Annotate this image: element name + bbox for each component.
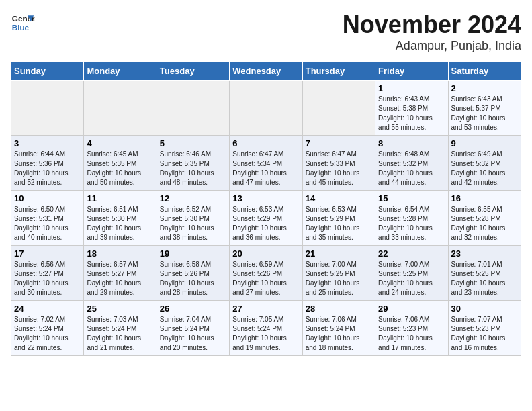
day-number: 14	[306, 193, 372, 203]
calendar-cell: 1Sunrise: 6:43 AM Sunset: 5:38 PM Daylig…	[375, 81, 448, 136]
title-section: November 2024 Adampur, Punjab, India	[343, 11, 521, 53]
calendar-cell: 18Sunrise: 6:57 AM Sunset: 5:27 PM Dayli…	[84, 246, 157, 301]
day-info: Sunrise: 6:43 AM Sunset: 5:37 PM Dayligh…	[451, 95, 518, 132]
calendar-cell	[11, 81, 84, 136]
calendar-cell: 2Sunrise: 6:43 AM Sunset: 5:37 PM Daylig…	[448, 81, 521, 136]
day-info: Sunrise: 7:07 AM Sunset: 5:23 PM Dayligh…	[451, 315, 518, 353]
calendar-table: SundayMondayTuesdayWednesdayThursdayFrid…	[11, 61, 521, 356]
day-info: Sunrise: 7:04 AM Sunset: 5:24 PM Dayligh…	[160, 315, 226, 353]
day-number: 30	[451, 304, 518, 314]
weekday-header: Sunday	[11, 62, 84, 81]
day-number: 13	[232, 193, 299, 203]
calendar-cell: 8Sunrise: 6:48 AM Sunset: 5:32 PM Daylig…	[375, 136, 448, 191]
calendar-cell: 26Sunrise: 7:04 AM Sunset: 5:24 PM Dayli…	[157, 301, 229, 356]
calendar-cell: 28Sunrise: 7:06 AM Sunset: 5:24 PM Dayli…	[302, 301, 375, 356]
day-number: 16	[451, 193, 518, 203]
location-title: Adampur, Punjab, India	[343, 39, 521, 53]
calendar-cell: 27Sunrise: 7:05 AM Sunset: 5:24 PM Dayli…	[230, 301, 302, 356]
day-info: Sunrise: 6:53 AM Sunset: 5:29 PM Dayligh…	[232, 205, 299, 242]
day-number: 26	[160, 304, 226, 314]
day-number: 4	[87, 138, 153, 148]
day-info: Sunrise: 6:46 AM Sunset: 5:35 PM Dayligh…	[160, 150, 226, 187]
day-number: 20	[232, 248, 299, 259]
calendar-cell: 20Sunrise: 6:59 AM Sunset: 5:26 PM Dayli…	[230, 246, 302, 301]
day-info: Sunrise: 6:51 AM Sunset: 5:30 PM Dayligh…	[87, 205, 153, 242]
calendar-cell: 3Sunrise: 6:44 AM Sunset: 5:36 PM Daylig…	[11, 136, 84, 191]
logo-icon: General Blue	[11, 11, 35, 35]
calendar-cell: 12Sunrise: 6:52 AM Sunset: 5:30 PM Dayli…	[157, 191, 229, 246]
weekday-header: Wednesday	[230, 62, 302, 81]
calendar-cell: 30Sunrise: 7:07 AM Sunset: 5:23 PM Dayli…	[448, 301, 521, 356]
day-info: Sunrise: 6:48 AM Sunset: 5:32 PM Dayligh…	[378, 150, 445, 187]
day-number: 19	[160, 248, 226, 259]
calendar-cell: 7Sunrise: 6:47 AM Sunset: 5:33 PM Daylig…	[302, 136, 375, 191]
day-number: 23	[451, 248, 518, 259]
calendar-cell	[157, 81, 229, 136]
weekday-header: Monday	[84, 62, 157, 81]
calendar-cell: 25Sunrise: 7:03 AM Sunset: 5:24 PM Dayli…	[84, 301, 157, 356]
day-info: Sunrise: 6:43 AM Sunset: 5:38 PM Dayligh…	[378, 95, 445, 132]
weekday-header: Thursday	[302, 62, 375, 81]
day-number: 25	[87, 304, 153, 314]
calendar-cell: 19Sunrise: 6:58 AM Sunset: 5:26 PM Dayli…	[157, 246, 229, 301]
day-number: 9	[451, 138, 518, 148]
day-number: 3	[14, 138, 81, 148]
weekday-header: Friday	[375, 62, 448, 81]
calendar-week-row: 10Sunrise: 6:50 AM Sunset: 5:31 PM Dayli…	[11, 191, 521, 246]
day-info: Sunrise: 6:58 AM Sunset: 5:26 PM Dayligh…	[160, 260, 226, 298]
calendar-cell: 10Sunrise: 6:50 AM Sunset: 5:31 PM Dayli…	[11, 191, 84, 246]
day-number: 22	[378, 248, 445, 259]
calendar-cell: 9Sunrise: 6:49 AM Sunset: 5:32 PM Daylig…	[448, 136, 521, 191]
day-number: 12	[160, 193, 226, 203]
day-info: Sunrise: 6:52 AM Sunset: 5:30 PM Dayligh…	[160, 205, 226, 242]
day-number: 21	[306, 248, 372, 259]
calendar-cell: 14Sunrise: 6:53 AM Sunset: 5:29 PM Dayli…	[302, 191, 375, 246]
day-info: Sunrise: 7:00 AM Sunset: 5:25 PM Dayligh…	[306, 260, 372, 298]
day-number: 11	[87, 193, 153, 203]
calendar-cell: 16Sunrise: 6:55 AM Sunset: 5:28 PM Dayli…	[448, 191, 521, 246]
calendar-cell: 22Sunrise: 7:00 AM Sunset: 5:25 PM Dayli…	[375, 246, 448, 301]
day-info: Sunrise: 6:47 AM Sunset: 5:34 PM Dayligh…	[232, 150, 299, 187]
day-number: 17	[14, 248, 81, 259]
day-number: 8	[378, 138, 445, 148]
day-info: Sunrise: 6:47 AM Sunset: 5:33 PM Dayligh…	[306, 150, 372, 187]
calendar-cell: 29Sunrise: 7:06 AM Sunset: 5:23 PM Dayli…	[375, 301, 448, 356]
calendar-cell	[302, 81, 375, 136]
calendar-cell: 6Sunrise: 6:47 AM Sunset: 5:34 PM Daylig…	[230, 136, 302, 191]
calendar-cell: 17Sunrise: 6:56 AM Sunset: 5:27 PM Dayli…	[11, 246, 84, 301]
day-info: Sunrise: 6:56 AM Sunset: 5:27 PM Dayligh…	[14, 260, 81, 298]
day-number: 18	[87, 248, 153, 259]
day-info: Sunrise: 7:06 AM Sunset: 5:23 PM Dayligh…	[378, 315, 445, 353]
calendar-cell	[84, 81, 157, 136]
calendar-cell: 11Sunrise: 6:51 AM Sunset: 5:30 PM Dayli…	[84, 191, 157, 246]
day-info: Sunrise: 6:45 AM Sunset: 5:35 PM Dayligh…	[87, 150, 153, 187]
page-header: General Blue November 2024 Adampur, Punj…	[11, 11, 521, 53]
calendar-cell	[230, 81, 302, 136]
calendar-cell: 15Sunrise: 6:54 AM Sunset: 5:28 PM Dayli…	[375, 191, 448, 246]
day-info: Sunrise: 7:01 AM Sunset: 5:25 PM Dayligh…	[451, 260, 518, 298]
calendar-cell: 23Sunrise: 7:01 AM Sunset: 5:25 PM Dayli…	[448, 246, 521, 301]
svg-text:Blue: Blue	[12, 23, 30, 32]
day-number: 2	[451, 83, 518, 93]
calendar-cell: 21Sunrise: 7:00 AM Sunset: 5:25 PM Dayli…	[302, 246, 375, 301]
day-info: Sunrise: 6:59 AM Sunset: 5:26 PM Dayligh…	[232, 260, 299, 298]
calendar-cell: 13Sunrise: 6:53 AM Sunset: 5:29 PM Dayli…	[230, 191, 302, 246]
day-number: 28	[306, 304, 372, 314]
logo: General Blue	[11, 11, 35, 35]
day-info: Sunrise: 7:06 AM Sunset: 5:24 PM Dayligh…	[306, 315, 372, 353]
weekday-header-row: SundayMondayTuesdayWednesdayThursdayFrid…	[11, 62, 521, 81]
day-number: 15	[378, 193, 445, 203]
day-number: 1	[378, 83, 445, 93]
day-number: 10	[14, 193, 81, 203]
day-info: Sunrise: 6:53 AM Sunset: 5:29 PM Dayligh…	[306, 205, 372, 242]
weekday-header: Tuesday	[157, 62, 229, 81]
day-number: 6	[232, 138, 299, 148]
calendar-week-row: 24Sunrise: 7:02 AM Sunset: 5:24 PM Dayli…	[11, 301, 521, 356]
day-number: 27	[232, 304, 299, 314]
day-info: Sunrise: 7:00 AM Sunset: 5:25 PM Dayligh…	[378, 260, 445, 298]
month-title: November 2024	[343, 11, 521, 39]
day-number: 24	[14, 304, 81, 314]
day-info: Sunrise: 6:44 AM Sunset: 5:36 PM Dayligh…	[14, 150, 81, 187]
weekday-header: Saturday	[448, 62, 521, 81]
calendar-week-row: 1Sunrise: 6:43 AM Sunset: 5:38 PM Daylig…	[11, 81, 521, 136]
